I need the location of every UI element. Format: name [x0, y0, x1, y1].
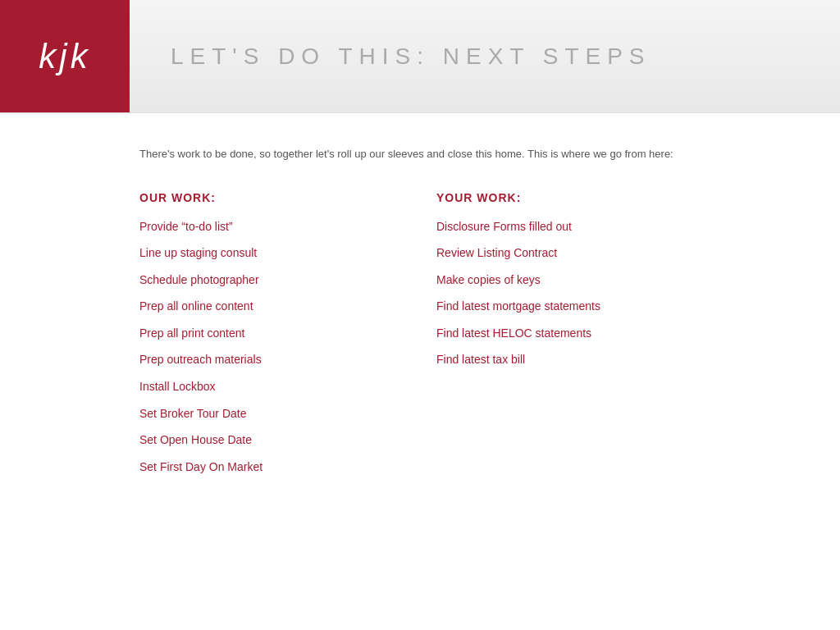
- list-item[interactable]: Review Listing Contract: [436, 245, 701, 262]
- logo-box: kjk: [0, 0, 130, 112]
- list-item[interactable]: Find latest tax bill: [436, 352, 701, 368]
- list-item[interactable]: Set Open House Date: [139, 432, 404, 449]
- logo-text: kjk: [39, 37, 90, 76]
- list-item[interactable]: Schedule photographer: [139, 272, 404, 289]
- list-item[interactable]: Disclosure Forms filled out: [436, 219, 701, 235]
- main-content: There's work to be done, so together let…: [0, 113, 840, 518]
- list-item[interactable]: Find latest mortgage statements: [436, 299, 701, 315]
- list-item[interactable]: Provide “to-do list”: [139, 219, 404, 235]
- list-item[interactable]: Prep all print content: [139, 326, 404, 342]
- list-item[interactable]: Set Broker Tour Date: [139, 406, 404, 422]
- our-work-heading: OUR WORK:: [139, 191, 404, 204]
- list-item[interactable]: Make copies of keys: [436, 272, 701, 289]
- intro-text: There's work to be done, so together let…: [139, 146, 701, 162]
- list-item[interactable]: Find latest HELOC statements: [436, 326, 701, 342]
- your-work-column: YOUR WORK: Disclosure Forms filled out R…: [436, 191, 701, 486]
- list-item[interactable]: Prep all online content: [139, 299, 404, 315]
- your-work-heading: YOUR WORK:: [436, 191, 701, 204]
- list-item[interactable]: Line up staging consult: [139, 245, 404, 262]
- our-work-column: OUR WORK: Provide “to-do list” Line up s…: [139, 191, 404, 486]
- list-item[interactable]: Prep outreach materials: [139, 352, 404, 368]
- header: kjk LET'S DO THIS: next steps: [0, 0, 840, 113]
- columns-wrapper: OUR WORK: Provide “to-do list” Line up s…: [139, 191, 701, 486]
- header-title-area: LET'S DO THIS: next steps: [130, 0, 840, 112]
- header-title: LET'S DO THIS: next steps: [171, 43, 651, 70]
- list-item[interactable]: Install Lockbox: [139, 379, 404, 395]
- list-item[interactable]: Set First Day On Market: [139, 459, 404, 476]
